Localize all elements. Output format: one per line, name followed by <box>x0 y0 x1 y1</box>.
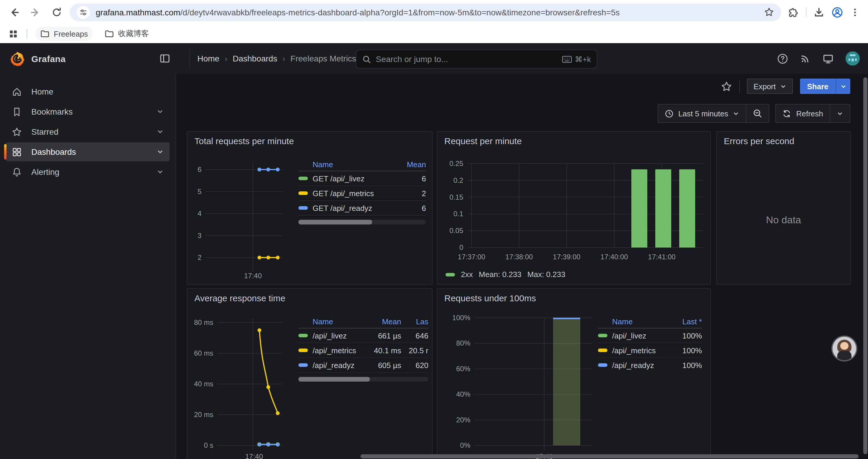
share-button[interactable]: Share <box>800 78 836 94</box>
apps-grid-icon[interactable] <box>8 29 18 39</box>
address-bar[interactable]: grafana.mathmast.com/d/deytv4rwavabkb/fr… <box>70 3 781 21</box>
grafana-logo-icon <box>9 51 25 66</box>
grafana-topnav: Grafana Home › Dashboards › Freeleaps Me… <box>0 43 868 74</box>
no-data-message: No data <box>717 215 850 226</box>
svg-text:0: 0 <box>459 243 463 251</box>
bookmark-folder-freeleaps[interactable]: Freeleaps <box>35 27 93 41</box>
toolbar-separator <box>806 7 807 17</box>
panel-errors-per-second[interactable]: Errors per second No data <box>716 131 851 285</box>
monitor-icon[interactable] <box>823 53 834 64</box>
back-icon[interactable] <box>6 4 23 21</box>
grafana-app: Grafana Home › Dashboards › Freeleaps Me… <box>0 43 868 459</box>
sidebar-toggle-icon[interactable] <box>159 53 170 64</box>
vertical-scrollbar[interactable] <box>863 77 867 454</box>
chevron-down-icon[interactable] <box>157 148 164 155</box>
legend-table: Name Mean GET /api/_livez 6 GET /api/_me… <box>299 158 426 225</box>
search-input[interactable]: Search or jump to... ⌘+k <box>356 50 597 68</box>
breadcrumb-dashboards[interactable]: Dashboards <box>232 54 277 63</box>
legend-scrollbar[interactable] <box>299 377 428 382</box>
chevron-down-icon[interactable] <box>157 108 164 115</box>
svg-text:0%: 0% <box>460 441 470 449</box>
bookmark-label: Freeleaps <box>54 29 88 38</box>
home-icon <box>12 87 22 97</box>
folder-icon <box>104 29 114 38</box>
panel-total-requests[interactable]: Total requests per minute 6543217:40 Nam… <box>187 131 433 285</box>
extensions-icon[interactable] <box>788 7 799 18</box>
panel-avg-response-time[interactable]: Average response time 80 ms60 ms40 ms20 … <box>187 288 433 459</box>
requests-under-100ms-chart: 100%80%60%40%20%0%17:40 <box>437 289 711 459</box>
panel-requests-under-100ms[interactable]: Requests under 100ms 100%80%60%40%20%0%1… <box>437 288 711 459</box>
bookmark-folder-blogs[interactable]: 收藏博客 <box>100 26 154 41</box>
svg-text:40%: 40% <box>456 390 470 398</box>
horizontal-scrollbar[interactable] <box>361 454 859 458</box>
sidebar-item-starred[interactable]: Starred <box>6 122 169 141</box>
svg-text:5: 5 <box>198 188 202 196</box>
panel-request-per-minute[interactable]: Request per minute 0.250.20.150.10.05017… <box>437 131 711 285</box>
zoom-out-button[interactable] <box>747 104 769 122</box>
svg-text:20 ms: 20 ms <box>194 411 213 419</box>
bookmark-star-icon[interactable] <box>761 4 776 20</box>
reload-icon[interactable] <box>49 4 65 21</box>
chevron-down-icon <box>780 83 786 90</box>
svg-text:60 ms: 60 ms <box>194 349 213 357</box>
rss-icon[interactable] <box>800 53 811 64</box>
bookmark-icon <box>12 107 22 117</box>
breadcrumb-home[interactable]: Home <box>197 54 219 63</box>
sidebar-item-bookmarks[interactable]: Bookmarks <box>6 102 169 121</box>
legend-row[interactable]: /api/_metrics 40.1 ms 20.5 r <box>299 343 428 358</box>
chart-legend[interactable]: 2xx Mean: 0.233 Max: 0.233 <box>445 270 565 279</box>
stat-mean: Mean: 0.233 <box>478 270 522 279</box>
sidebar-item-alerting[interactable]: Alerting <box>6 162 169 182</box>
legend-header: Name Mean Las <box>299 315 428 328</box>
download-icon[interactable] <box>814 7 824 18</box>
svg-text:0 s: 0 s <box>204 441 213 449</box>
user-avatar[interactable] <box>845 52 860 66</box>
svg-text:17:39:00: 17:39:00 <box>553 253 580 261</box>
time-range-picker[interactable]: Last 5 minutes <box>658 104 746 122</box>
sidebar-item-home[interactable]: Home <box>6 82 169 101</box>
bookmarks-separator <box>27 29 27 38</box>
chevron-down-icon <box>840 83 846 90</box>
share-menu-button[interactable] <box>836 78 850 94</box>
refresh-button[interactable]: Refresh <box>776 104 830 122</box>
svg-text:6: 6 <box>198 165 202 173</box>
profile-icon[interactable] <box>831 6 843 18</box>
time-picker-group: Last 5 minutes <box>658 104 770 123</box>
assistant-avatar[interactable] <box>833 337 856 360</box>
sidebar-item-dashboards[interactable]: Dashboards <box>6 142 169 161</box>
panel-title: Average response time <box>194 293 285 303</box>
refresh-interval-button[interactable] <box>830 104 850 122</box>
legend-row[interactable]: /api/_metrics 100% <box>598 343 702 358</box>
chevron-down-icon[interactable] <box>157 168 164 175</box>
svg-text:40 ms: 40 ms <box>194 380 213 388</box>
help-icon[interactable] <box>777 53 788 64</box>
chevron-down-icon[interactable] <box>157 128 164 135</box>
svg-text:17:40:00: 17:40:00 <box>600 253 628 261</box>
legend-row[interactable]: /api/_readyz 100% <box>598 358 702 372</box>
legend-row[interactable]: GET /api/_metrics 2 <box>299 186 426 201</box>
export-button[interactable]: Export <box>747 78 793 94</box>
forward-icon[interactable] <box>27 4 44 21</box>
legend-row[interactable]: /api/_livez 661 µs 646 <box>299 328 428 343</box>
topnav-icons <box>777 43 860 74</box>
series-color-pill <box>299 334 308 337</box>
search-placeholder: Search or jump to... <box>376 54 557 64</box>
legend-row[interactable]: GET /api/_livez 6 <box>299 171 426 186</box>
svg-text:80 ms: 80 ms <box>194 319 213 326</box>
legend-row[interactable]: /api/_livez 100% <box>598 328 702 343</box>
legend-row[interactable]: /api/_readyz 605 µs 620 <box>299 358 428 373</box>
browser-menu-icon[interactable] <box>850 7 860 17</box>
sidebar-item-label: Bookmarks <box>31 107 147 117</box>
svg-text:3: 3 <box>198 232 202 239</box>
legend-scrollbar[interactable] <box>299 220 426 225</box>
legend-table: Name Mean Las /api/_livez 661 µs 646 /ap… <box>299 315 428 382</box>
star-icon <box>12 127 22 137</box>
browser-toolbar: grafana.mathmast.com/d/deytv4rwavabkb/fr… <box>0 0 868 24</box>
site-info-icon[interactable] <box>77 6 90 19</box>
favorite-star-icon[interactable] <box>721 80 733 92</box>
share-button-group: Share <box>800 78 850 94</box>
legend-row[interactable]: GET /api/_readyz 6 <box>299 201 426 216</box>
svg-text:20%: 20% <box>456 416 470 424</box>
svg-text:17:40: 17:40 <box>245 453 263 459</box>
grafana-brand[interactable]: Grafana <box>9 43 66 74</box>
